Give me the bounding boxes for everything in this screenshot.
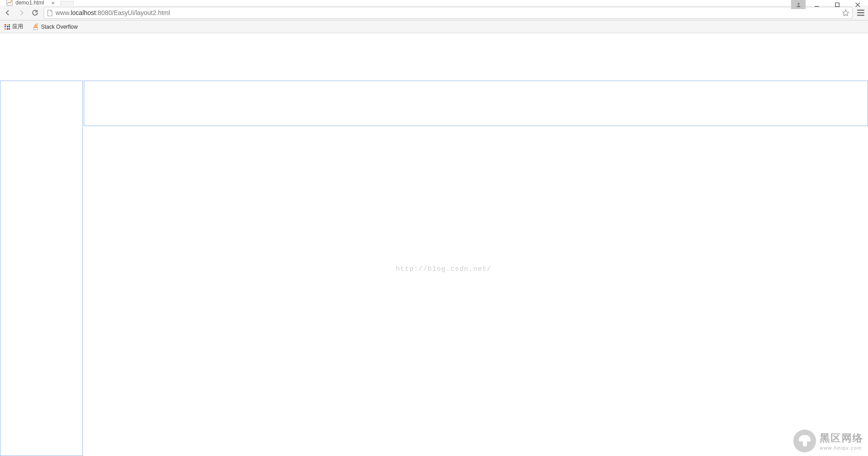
url-path: :8080/EasyUi/layout2.html <box>96 9 170 16</box>
maximize-button[interactable] <box>827 0 848 9</box>
url-host: localhost <box>71 9 96 16</box>
browser-menu-icon[interactable] <box>856 8 865 17</box>
apps-grid-icon <box>5 24 10 30</box>
tab-title: demo1.html <box>15 0 44 6</box>
svg-point-0 <box>797 3 799 5</box>
page-info-icon[interactable] <box>47 10 53 16</box>
watermark-domain: www.heiqu.com <box>820 445 863 451</box>
back-button[interactable] <box>3 8 13 18</box>
watermark-logo-icon <box>793 430 816 452</box>
minimize-button[interactable] <box>807 0 827 9</box>
stack-overflow-icon <box>32 24 39 30</box>
address-bar[interactable]: www.localhost:8080/EasyUi/layout2.html <box>44 7 853 19</box>
bookmark-stack-overflow[interactable]: Stack Overflow <box>31 22 80 31</box>
tab-bar: demo1.html × <box>0 0 868 5</box>
window-controls <box>791 0 868 9</box>
reload-button[interactable] <box>30 8 40 18</box>
bookmark-label: Stack Overflow <box>41 24 78 30</box>
page-viewport: http://blog.csdn.net/ 黑区网络 www.heiqu.com <box>0 33 868 456</box>
browser-tab[interactable]: demo1.html × <box>4 0 58 5</box>
watermark-url: http://blog.csdn.net/ <box>396 265 491 273</box>
apps-label: 应用 <box>12 23 23 30</box>
tab-favicon-icon <box>6 0 13 6</box>
layout-north-panel <box>84 81 868 126</box>
layout-center-panel <box>84 127 868 456</box>
profile-button[interactable] <box>791 0 806 9</box>
apps-bookmark[interactable]: 应用 <box>3 21 25 32</box>
close-window-button[interactable] <box>848 0 868 9</box>
svg-marker-7 <box>842 10 848 15</box>
url-text[interactable]: www.localhost:8080/EasyUi/layout2.html <box>56 9 839 16</box>
watermark-logo: 黑区网络 www.heiqu.com <box>793 430 863 452</box>
bookmarks-bar: 应用 Stack Overflow <box>0 20 868 33</box>
new-tab-button[interactable] <box>60 1 74 5</box>
forward-button[interactable] <box>16 8 26 18</box>
browser-toolbar: www.localhost:8080/EasyUi/layout2.html <box>0 5 868 20</box>
layout-west-panel <box>0 81 83 456</box>
bookmark-star-icon[interactable] <box>842 9 849 16</box>
url-prefix: www. <box>56 9 71 16</box>
svg-rect-2 <box>835 3 839 6</box>
svg-point-6 <box>10 0 11 1</box>
watermark-brand: 黑区网络 <box>820 431 863 445</box>
tab-close-icon[interactable]: × <box>51 0 55 6</box>
